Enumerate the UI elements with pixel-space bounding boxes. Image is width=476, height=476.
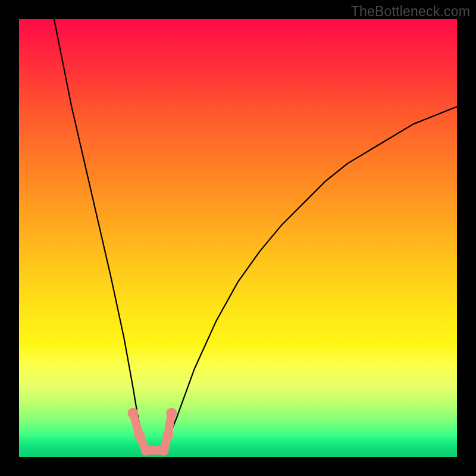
watermark-text: TheBottleneck.com [351, 4, 470, 20]
marker-dot [140, 445, 151, 456]
marker-dot [158, 445, 169, 456]
marker-dot [166, 408, 177, 418]
chart-frame: TheBottleneck.com [0, 0, 476, 476]
chart-svg [19, 19, 457, 457]
plot-area [19, 19, 457, 457]
bottleneck-curve [54, 19, 457, 453]
marker-dot [162, 430, 173, 440]
marker-dot [134, 430, 145, 440]
marker-dot [127, 408, 138, 418]
